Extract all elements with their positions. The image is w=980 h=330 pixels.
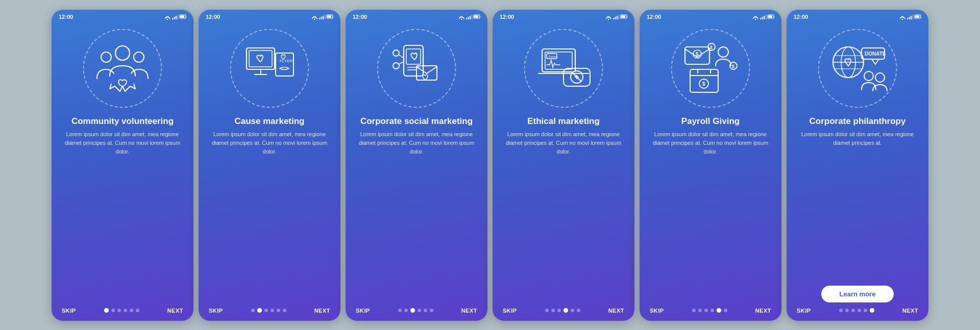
pagination-dot-1[interactable]	[404, 309, 408, 312]
pagination-dot-0[interactable]	[398, 309, 402, 312]
bottom-nav: SKIPNEXT	[199, 302, 340, 321]
svg-rect-44	[615, 17, 616, 19]
svg-point-0	[167, 18, 168, 19]
svg-line-41	[399, 62, 404, 64]
next-button[interactable]: NEXT	[608, 308, 624, 314]
skip-button[interactable]: SKIP	[797, 308, 811, 314]
pagination-dot-5[interactable]	[724, 309, 727, 312]
card-title: Corporate philanthropy	[810, 116, 906, 127]
svg-rect-48	[627, 16, 627, 17]
svg-rect-46	[619, 15, 620, 19]
next-button[interactable]: NEXT	[461, 308, 477, 314]
pagination-dot-1[interactable]	[111, 309, 115, 312]
pagination-dot-0[interactable]	[692, 309, 696, 312]
svg-point-97	[864, 71, 873, 81]
card-body: Lorem ipsum dolor sit dim amet, mea regi…	[502, 130, 625, 216]
pagination-dot-0[interactable]	[251, 309, 255, 312]
skip-button[interactable]: SKIP	[503, 308, 517, 314]
status-time: 12:00	[206, 14, 220, 20]
phone-screen-3: 12:00	[346, 10, 487, 321]
status-time: 12:00	[353, 14, 367, 20]
pagination-dot-4[interactable]	[424, 309, 427, 312]
svg-rect-1	[172, 18, 173, 19]
svg-rect-17	[333, 16, 333, 17]
pagination-dot-1[interactable]	[257, 308, 262, 313]
svg-rect-45	[617, 16, 618, 19]
pagination-dot-4[interactable]	[130, 309, 133, 312]
svg-rect-23	[276, 53, 293, 76]
phone-screen-1: 12:00	[52, 10, 193, 321]
skip-button[interactable]: SKIP	[650, 308, 664, 314]
pagination-dot-5[interactable]	[870, 308, 874, 313]
svg-text:$: $	[696, 52, 699, 57]
svg-rect-15	[325, 15, 326, 19]
pagination-dot-4[interactable]	[571, 309, 574, 312]
svg-point-39	[393, 63, 399, 69]
pagination-dot-5[interactable]	[430, 309, 433, 312]
pagination-dot-0[interactable]	[104, 308, 109, 313]
next-button[interactable]: NEXT	[167, 308, 183, 314]
pagination-dot-1[interactable]	[845, 309, 849, 312]
pagination-dot-2[interactable]	[117, 309, 121, 312]
pagination-dot-4[interactable]	[277, 309, 280, 312]
status-time: 12:00	[794, 14, 808, 20]
pagination-dots	[839, 308, 874, 313]
pagination-dot-1[interactable]	[551, 309, 555, 312]
svg-rect-64	[766, 15, 767, 19]
pagination-dot-5[interactable]	[577, 309, 580, 312]
next-button[interactable]: NEXT	[902, 308, 918, 314]
pagination-dot-3[interactable]	[124, 309, 127, 312]
learn-more-button[interactable]: Learn more	[821, 286, 894, 302]
phone-screen-5: 12:00 $	[640, 10, 781, 321]
svg-rect-7	[180, 15, 184, 18]
pagination-dot-3[interactable]	[710, 309, 714, 312]
bottom-nav: SKIPNEXT	[493, 302, 634, 321]
pagination-dots	[545, 308, 580, 313]
svg-text:$: $	[732, 64, 734, 69]
svg-rect-31	[480, 16, 480, 17]
phone-screen-4: 12:00 Forum	[493, 10, 634, 321]
svg-point-25	[461, 18, 462, 19]
bottom-nav: SKIPNEXT	[346, 302, 487, 321]
pagination-dot-3[interactable]	[564, 308, 568, 313]
svg-rect-89	[915, 15, 919, 18]
pagination-dot-2[interactable]	[410, 308, 415, 313]
svg-rect-43	[613, 18, 614, 19]
svg-rect-86	[913, 15, 914, 19]
pagination-dot-5[interactable]	[136, 309, 139, 312]
svg-point-60	[755, 18, 756, 19]
next-button[interactable]: NEXT	[755, 308, 771, 314]
illustration-area: Forum	[520, 25, 607, 112]
skip-button[interactable]: SKIP	[209, 308, 223, 314]
pagination-dot-2[interactable]	[264, 309, 268, 312]
pagination-dot-0[interactable]	[545, 309, 549, 312]
pagination-dot-2[interactable]	[851, 309, 855, 312]
pagination-dot-2[interactable]	[704, 309, 708, 312]
phone-screen-6: 12:00	[787, 10, 928, 321]
status-icons	[165, 14, 186, 20]
svg-rect-66	[774, 16, 774, 17]
pagination-dot-1[interactable]	[698, 309, 702, 312]
pagination-dot-5[interactable]	[283, 309, 286, 312]
pagination-dot-2[interactable]	[557, 309, 561, 312]
pagination-dot-3[interactable]	[857, 309, 861, 312]
status-icons	[606, 14, 627, 20]
skip-button[interactable]: SKIP	[62, 308, 76, 314]
svg-rect-49	[621, 15, 625, 18]
pagination-dot-0[interactable]	[839, 309, 843, 312]
illustration-area: $ $ $ $	[667, 25, 754, 112]
svg-text:$: $	[702, 81, 705, 87]
next-button[interactable]: NEXT	[314, 308, 330, 314]
pagination-dot-3[interactable]	[271, 309, 274, 312]
status-bar: 12:00	[493, 10, 634, 22]
pagination-dots	[398, 308, 433, 313]
bottom-nav: SKIPNEXT	[640, 302, 781, 321]
pagination-dot-4[interactable]	[864, 309, 867, 312]
card-title: Payroll Giving	[681, 116, 740, 127]
skip-button[interactable]: SKIP	[356, 308, 370, 314]
pagination-dot-4[interactable]	[717, 308, 721, 313]
status-time: 12:00	[500, 14, 514, 20]
pagination-dot-3[interactable]	[418, 309, 421, 312]
illustration-area: DONATE	[814, 25, 901, 112]
card-body: Lorem ipsum dolor sit dim amet, mea regi…	[649, 130, 772, 216]
